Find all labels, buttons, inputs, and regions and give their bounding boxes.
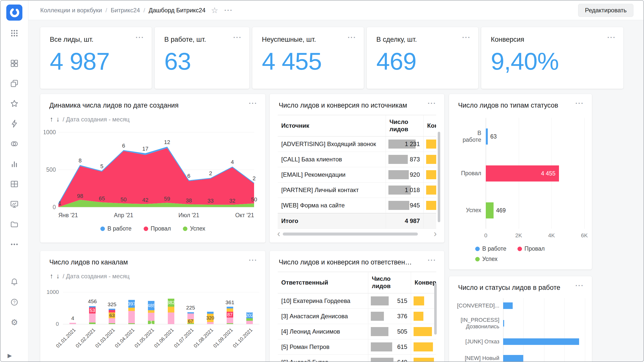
sidebar-item-monitoring[interactable]	[8, 194, 20, 214]
scrollbar-track[interactable]	[283, 233, 431, 236]
conversion-bar	[426, 186, 436, 195]
row-label: [EMAIL] Рекомендации	[278, 167, 386, 182]
breadcrumb-collections[interactable]: Коллекции и воркбуки	[40, 7, 102, 14]
datalens-logo-icon	[6, 5, 22, 21]
sidebar-item-charts[interactable]	[8, 154, 20, 174]
settings-button[interactable]: ⚙	[8, 312, 20, 332]
chart-card-leads-by-status: Число лидов по типам статусов ··· В рабо…	[449, 94, 592, 269]
card-menu-icon[interactable]: ···	[428, 258, 436, 262]
sort-asc-icon[interactable]: ↑	[50, 115, 53, 123]
svg-text:38: 38	[186, 197, 192, 204]
bar-chart-icon	[10, 159, 19, 168]
legend-item[interactable]: Успех	[475, 256, 498, 262]
axis-tick-label: 6K	[581, 232, 588, 239]
conversion-bar	[414, 358, 434, 361]
sort-asc-icon[interactable]: ↑	[50, 272, 53, 280]
table-header-cell[interactable]: Источник	[278, 115, 386, 136]
conversion-cell	[424, 183, 436, 198]
leads-bar	[388, 170, 409, 179]
apps-grid-icon[interactable]	[8, 27, 20, 39]
table-header-cell[interactable]: Число лидов	[386, 115, 424, 136]
stacked-bar: 382	[168, 299, 174, 324]
table-row: [4] Леонид Анисимов505	[278, 324, 436, 339]
bell-icon	[10, 278, 19, 286]
scrollbar-thumb[interactable]	[283, 233, 418, 236]
leads-cell: 1 231	[386, 137, 424, 152]
card-menu-icon[interactable]: ···	[428, 102, 436, 105]
sort-desc-icon[interactable]: ↓	[56, 272, 60, 280]
vertical-scrollbar[interactable]	[438, 132, 440, 227]
card-menu-icon[interactable]: ···	[249, 102, 257, 105]
legend-item[interactable]: В работе	[475, 245, 506, 252]
assignee-table: ОтветственныйЧисло лидовКонверсия[10] Ек…	[278, 272, 436, 361]
collections-icon	[10, 79, 19, 88]
row-label: [CALL] База клиентов	[278, 152, 386, 167]
sort-desc-icon[interactable]: ↓	[56, 115, 60, 123]
sidebar-item-favorites[interactable]	[8, 94, 20, 114]
legend-item[interactable]: В работе	[100, 225, 132, 232]
scroll-left-icon[interactable]: ‹	[277, 230, 280, 238]
bar-slot: 6332501.03.2021	[102, 292, 122, 324]
datalens-logo[interactable]	[6, 5, 22, 21]
bar-segment	[89, 306, 96, 307]
sidebar-item-tables[interactable]	[8, 174, 20, 194]
bar-segment	[109, 309, 115, 310]
card-menu-icon[interactable]: ···	[575, 284, 584, 287]
bar-segment	[148, 313, 154, 321]
edit-button[interactable]: Редактировать	[578, 4, 633, 17]
svg-text:Окт '21: Окт '21	[235, 212, 254, 218]
bar-top-label: 4	[71, 315, 74, 321]
legend-item[interactable]: Провал	[517, 245, 545, 252]
stacked-bar: 67	[187, 312, 194, 324]
stacked-bar: 63	[109, 309, 115, 324]
sidebar-expand-button[interactable]: ▶	[8, 352, 12, 359]
svg-text:8: 8	[78, 157, 82, 164]
card-menu-icon[interactable]: ···	[249, 258, 257, 262]
legend-item[interactable]: Провал	[144, 225, 171, 232]
bar-segment	[187, 313, 194, 319]
bar-segment	[89, 323, 96, 324]
card-menu-icon[interactable]: ···	[348, 36, 356, 39]
bar-segment	[168, 312, 174, 324]
table-header-cell[interactable]: Конверсия	[424, 115, 436, 136]
notifications-button[interactable]	[8, 272, 20, 292]
card-menu-icon[interactable]: ···	[233, 36, 242, 39]
breadcrumb-workbook[interactable]: Битрикс24	[111, 7, 140, 14]
chart-title: Число лидов и конверсия по источникам	[279, 102, 407, 109]
legend-label: Успех	[190, 225, 205, 232]
card-menu-icon[interactable]: ···	[136, 36, 144, 39]
svg-text:17: 17	[142, 146, 148, 152]
table-header-cell[interactable]: Ответственный	[278, 272, 368, 293]
sidebar-item-connections[interactable]	[8, 114, 20, 134]
scrollbar-thumb[interactable]	[434, 283, 437, 335]
table-row: [CALL] База клиентов873	[278, 152, 436, 167]
horizontal-scrollbar[interactable]: ‹ ›	[277, 230, 437, 238]
scrollbar-thumb[interactable]	[438, 132, 440, 222]
segment-label: 202	[246, 313, 254, 318]
sidebar-item-more[interactable]	[8, 234, 20, 254]
table-header-cell[interactable]: Конверсия	[411, 272, 436, 293]
vertical-scrollbar[interactable]	[434, 283, 437, 358]
x-axis-label: 01.07.2021	[173, 327, 195, 349]
leads-bar	[371, 296, 389, 305]
sidebar-item-datasets[interactable]	[8, 134, 20, 154]
favorite-star-icon[interactable]: ☆	[211, 6, 218, 14]
dashboard-content: Все лиды, шт.···4 987В работе, шт.···63Н…	[28, 20, 643, 361]
card-menu-icon[interactable]: ···	[462, 36, 471, 39]
card-menu-icon[interactable]: ···	[575, 102, 584, 105]
card-menu-icon[interactable]: ···	[607, 36, 616, 39]
legend-item[interactable]: Успех	[183, 225, 205, 232]
help-button[interactable]: ?	[8, 292, 20, 312]
table-header-cell[interactable]: Число лидов	[368, 272, 411, 293]
chart-card-statuses-in-progress: Число и статусы лидов в работе ··· [CONV…	[449, 276, 592, 361]
sidebar-item-home[interactable]	[8, 53, 20, 73]
top-bar: Коллекции и воркбуки / Битрикс24 / Дашбо…	[28, 1, 643, 20]
svg-text:500: 500	[46, 166, 56, 173]
sidebar-item-collections[interactable]	[8, 73, 20, 94]
sidebar-item-storage[interactable]	[8, 214, 20, 234]
header-menu-icon[interactable]: ···	[224, 9, 233, 12]
scroll-right-icon[interactable]: ›	[434, 230, 437, 238]
conversion-cell	[411, 309, 436, 324]
bar-segment	[128, 308, 135, 311]
segment-label: 63	[109, 313, 115, 318]
